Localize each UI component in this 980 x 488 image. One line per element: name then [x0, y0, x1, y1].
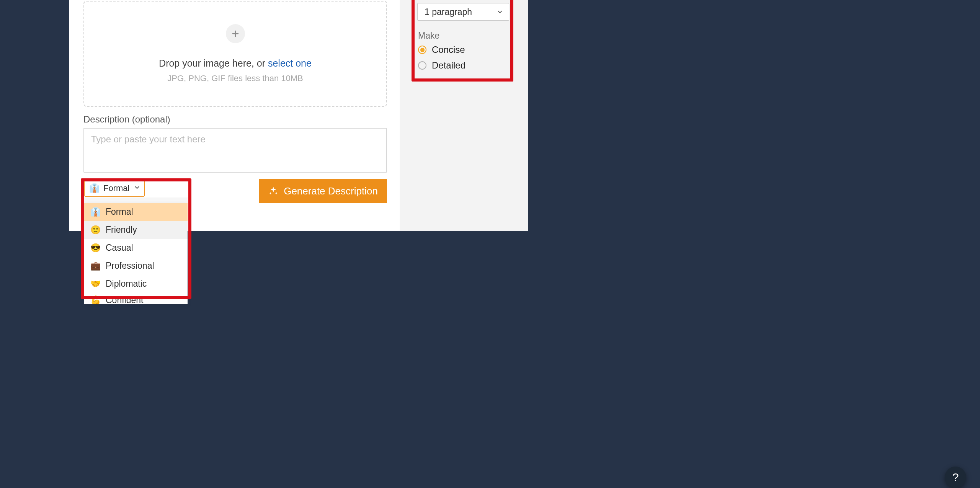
tone-option-label: Diplomatic	[106, 279, 147, 289]
make-label: Make	[418, 31, 439, 41]
generate-button-label: Generate Description	[284, 185, 378, 197]
tone-select[interactable]: 👔 Formal	[84, 180, 145, 197]
help-icon: ?	[952, 471, 959, 484]
tone-option-emoji: 🤝	[90, 279, 100, 289]
dropzone-hint: JPG, PNG, GIF files less than 10MB	[167, 73, 303, 83]
tone-option-friendly[interactable]: 🙂Friendly	[84, 221, 188, 239]
description-input[interactable]	[83, 128, 387, 173]
radio-detailed-label: Detailed	[432, 60, 466, 71]
tone-option-confident[interactable]: 💪Confident	[84, 293, 188, 304]
image-dropzone[interactable]: Drop your image here, or select one JPG,…	[83, 1, 387, 107]
tone-option-emoji: 👔	[90, 207, 100, 217]
tone-option-label: Confident	[106, 295, 143, 305]
dropzone-text: Drop your image here, or select one	[159, 58, 312, 69]
sparkle-icon	[268, 186, 278, 196]
dropzone-prefix: Drop your image here, or	[159, 58, 268, 69]
paragraph-count-select[interactable]: 1 paragraph	[417, 3, 509, 21]
radio-concise[interactable]: Concise	[418, 44, 465, 55]
chevron-down-icon	[497, 8, 503, 15]
select-one-link[interactable]: select one	[268, 58, 312, 69]
tone-option-formal[interactable]: 👔Formal	[84, 203, 188, 221]
radio-button-icon	[418, 61, 426, 70]
tone-separator	[84, 197, 188, 203]
tone-selected-label: Formal	[103, 183, 129, 193]
tone-option-label: Formal	[106, 207, 133, 217]
chevron-down-icon	[134, 183, 140, 193]
paragraph-selected-label: 1 paragraph	[425, 7, 472, 17]
tone-option-label: Professional	[106, 261, 154, 271]
description-label: Description (optional)	[83, 114, 170, 125]
tone-option-diplomatic[interactable]: 🤝Diplomatic	[84, 275, 188, 293]
tone-option-professional[interactable]: 💼Professional	[84, 257, 188, 275]
generate-description-button[interactable]: Generate Description	[259, 179, 387, 203]
tone-option-emoji: 💼	[90, 261, 100, 271]
radio-detailed[interactable]: Detailed	[418, 60, 466, 71]
tone-option-label: Friendly	[106, 225, 137, 235]
tone-option-casual[interactable]: 😎Casual	[84, 239, 188, 257]
plus-icon	[231, 29, 240, 38]
tone-dropdown: 👔Formal🙂Friendly😎Casual💼Professional🤝Dip…	[84, 203, 188, 304]
radio-button-icon	[418, 46, 426, 54]
tone-selected-emoji: 👔	[89, 183, 100, 193]
tone-option-emoji: 🙂	[90, 225, 100, 235]
radio-concise-label: Concise	[432, 44, 465, 55]
tone-option-emoji: 😎	[90, 243, 100, 253]
help-button[interactable]: ?	[945, 467, 966, 488]
tone-option-emoji: 💪	[90, 295, 100, 304]
tone-option-label: Casual	[106, 243, 133, 253]
add-image-button[interactable]	[226, 24, 245, 43]
